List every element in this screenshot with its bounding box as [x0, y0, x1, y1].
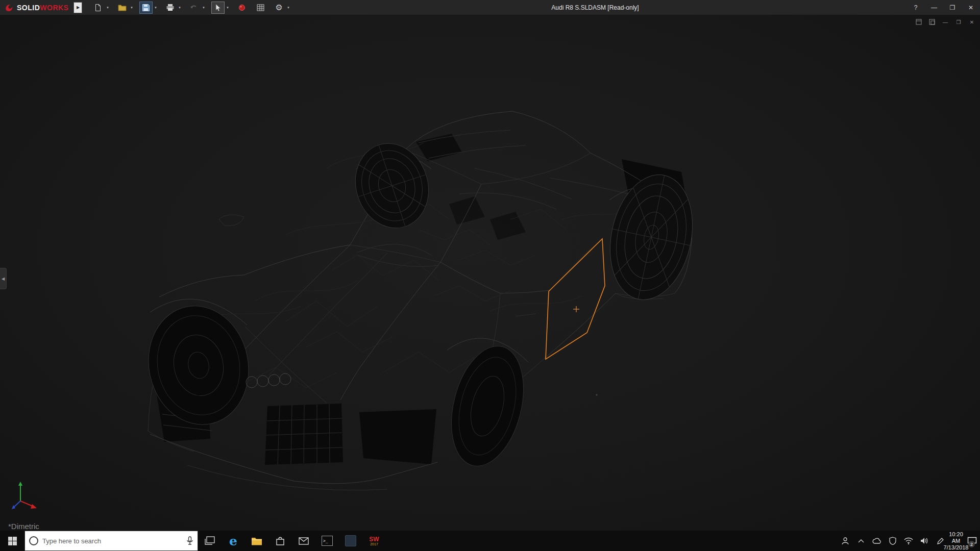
microphone-icon[interactable]: [186, 536, 193, 545]
select-tool-button[interactable]: [211, 2, 225, 14]
rebuild-button[interactable]: [235, 2, 249, 14]
restore-icon: ❐: [950, 4, 955, 11]
split-window-icon: [916, 19, 922, 25]
printer-icon: [166, 4, 175, 11]
feature-manager-collapsed-tab[interactable]: ◀: [0, 268, 7, 289]
close-button[interactable]: ✕: [962, 0, 980, 15]
mail-button[interactable]: [292, 531, 315, 551]
command-prompt-button[interactable]: >_: [315, 531, 339, 551]
undo-button[interactable]: [187, 2, 201, 14]
app-titlebar: SOLIDWORKS ▶ ▼ ▼: [0, 0, 980, 15]
new-window-icon: [929, 19, 935, 25]
save-dropdown[interactable]: ▼: [153, 2, 158, 14]
doc-restore-icon: ❐: [957, 19, 961, 25]
command-prompt-icon: >_: [322, 536, 333, 546]
document-title: Audi R8 S.SLDASM [Read-only]: [551, 4, 639, 11]
help-button[interactable]: ?: [906, 0, 925, 15]
start-button[interactable]: [0, 531, 24, 551]
menu-flyout-button[interactable]: ▶: [74, 2, 82, 13]
chevron-down-icon: ▼: [154, 6, 157, 9]
edge-browser-button[interactable]: e: [222, 531, 245, 551]
task-view-button[interactable]: [198, 531, 222, 551]
security-button[interactable]: [887, 531, 899, 551]
sw-letters: SW: [369, 536, 379, 542]
store-bag-icon: [276, 536, 285, 545]
volume-button[interactable]: [918, 531, 930, 551]
wireframe-canvas[interactable]: [0, 15, 980, 531]
task-view-icon: [205, 536, 215, 545]
properties-table-icon: [257, 4, 264, 11]
doc-window-icon-left[interactable]: [914, 17, 924, 27]
network-button[interactable]: [902, 531, 915, 551]
orientation-triad: [12, 482, 37, 509]
doc-close-button[interactable]: ✕: [967, 17, 977, 27]
chevron-down-icon: ▼: [226, 6, 229, 9]
show-hidden-icons-button[interactable]: [855, 531, 867, 551]
undo-arrow-icon: [190, 4, 198, 11]
chevron-down-icon: ▼: [130, 6, 133, 9]
shield-icon: [889, 537, 896, 545]
onedrive-button[interactable]: [871, 531, 883, 551]
store-button[interactable]: [268, 531, 292, 551]
mail-envelope-icon: [299, 537, 309, 545]
prompt-glyph: >_: [323, 539, 328, 543]
new-document-dropdown[interactable]: ▼: [105, 2, 110, 14]
new-document-button[interactable]: [91, 2, 105, 14]
chevron-up-icon: [858, 539, 864, 543]
save-button[interactable]: [139, 2, 153, 14]
options-button[interactable]: ⚙: [272, 2, 285, 14]
minimize-button[interactable]: —: [925, 0, 943, 15]
close-icon: ✕: [968, 4, 973, 11]
people-button[interactable]: [839, 531, 851, 551]
people-icon: [841, 537, 849, 545]
taskbar-search[interactable]: [24, 531, 198, 551]
view-orientation-label: *Dimetric: [8, 522, 39, 531]
clock-date: 7/13/2018: [944, 544, 969, 551]
doc-minimize-button[interactable]: —: [940, 17, 950, 27]
notification-count-badge: 2: [968, 541, 975, 547]
doc-window-icon-right[interactable]: [927, 17, 937, 27]
windows-logo-icon: [8, 537, 17, 545]
speaker-icon: [920, 537, 928, 544]
taskbar-clock[interactable]: 10:20 AM 7/13/2018: [950, 531, 962, 551]
maximize-restore-button[interactable]: ❐: [943, 0, 962, 15]
minimize-icon: —: [931, 4, 937, 11]
solidworks-logo: SOLIDWORKS: [0, 3, 74, 13]
open-button[interactable]: [115, 2, 129, 14]
graphics-area[interactable]: — ❐ ✕ ◀ *Dimetric: [0, 15, 980, 531]
edge-icon: e: [229, 535, 237, 547]
window-controls: ? — ❐ ✕: [906, 0, 980, 15]
print-dropdown[interactable]: ▼: [177, 2, 182, 14]
print-button[interactable]: [163, 2, 177, 14]
chevron-down-icon: ▼: [106, 6, 109, 9]
dassault-ds-icon: [4, 3, 14, 13]
doc-minimize-icon: —: [943, 19, 948, 25]
rebuild-sphere-icon: [238, 4, 246, 11]
edrawings-button[interactable]: [339, 531, 362, 551]
file-explorer-icon: [251, 537, 262, 545]
stray-vertex-dot: [596, 394, 598, 396]
file-explorer-button[interactable]: [245, 531, 268, 551]
edrawings-icon: [345, 535, 356, 546]
select-tool-dropdown[interactable]: ▼: [225, 2, 230, 14]
search-input[interactable]: [42, 537, 182, 545]
windows-taskbar: e >_ SW 2017: [0, 531, 980, 551]
front-left-wheel: [138, 296, 259, 434]
undo-dropdown[interactable]: ▼: [201, 2, 206, 14]
doc-restore-button[interactable]: ❐: [953, 17, 964, 27]
front-right-wheel: [440, 339, 535, 474]
options-dropdown[interactable]: ▼: [285, 2, 291, 14]
document-window-controls: — ❐ ✕: [914, 17, 977, 27]
select-cursor-icon: [214, 4, 222, 12]
chevron-down-icon: ▼: [202, 6, 205, 9]
system-tray: 10:20 AM 7/13/2018 2: [839, 531, 980, 551]
action-center-button[interactable]: 2: [966, 531, 978, 551]
file-properties-button[interactable]: [254, 2, 267, 14]
solidworks-app-button[interactable]: SW 2017: [362, 531, 386, 551]
cortana-ring-icon: [29, 536, 38, 545]
cloud-icon: [872, 538, 881, 544]
brand-text-solid: SOLID: [17, 4, 40, 12]
save-floppy-icon: [142, 4, 150, 12]
open-dropdown[interactable]: ▼: [129, 2, 134, 14]
open-folder-icon: [118, 4, 127, 11]
